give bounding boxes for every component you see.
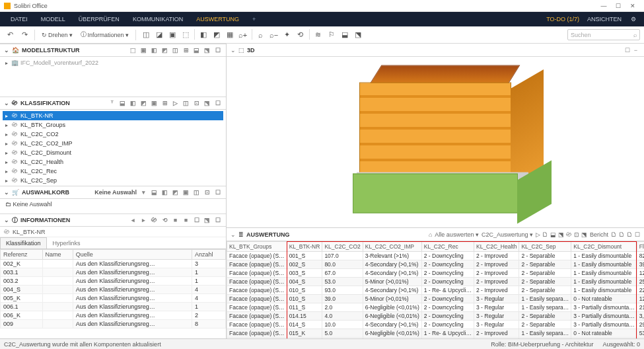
ausw-hdr-icon-6[interactable]: ⬔ — [581, 231, 587, 238]
model-hdr-icon-0[interactable]: ⬚ — [129, 47, 137, 54]
ausw-col-header[interactable]: KL_BTK_Groups — [227, 242, 287, 252]
model-hdr-icon-4[interactable]: ◫ — [171, 47, 180, 54]
info-hdr-icon-3[interactable]: ⟲ — [161, 217, 169, 223]
klass-hdr-icon-8[interactable]: ⊡ — [192, 100, 201, 106]
ausw-hdr-icon-3[interactable]: ⬔ — [558, 231, 564, 238]
klass-hdr-icon-0[interactable]: ᵀ — [108, 100, 116, 106]
info-tab-klassifikation[interactable]: Klassifikation — [0, 237, 47, 249]
table-row[interactable]: 003.1Aus den Klassifizierungsreg…1 — [1, 268, 226, 277]
table-row[interactable]: 002_KAus den Klassifizierungsreg…3 — [1, 260, 226, 268]
auswahl-hdr-icon-0[interactable]: ▾ — [139, 189, 148, 196]
ausw-col-header[interactable]: KL_C2C_Sep — [519, 242, 571, 252]
auswertung-table-container[interactable]: KL_BTK_GroupsKL_BTK-NRKL_C2C_CO2KL_C2C_C… — [227, 241, 644, 349]
collapse-icon[interactable]: ⌄ — [4, 100, 9, 106]
toolbar-icon-5[interactable]: ◩ — [211, 29, 223, 41]
collapse-icon[interactable]: ⌄ — [231, 47, 236, 54]
ausw-report-icon-0[interactable]: 🗋 — [611, 231, 617, 238]
view3d-hdr-icon-0[interactable]: ☐ — [623, 47, 631, 54]
auswahl-hdr-icon-5[interactable]: ◫ — [192, 189, 201, 196]
panel-header-3d[interactable]: ⌄ ⬚ 3D ☐− — [227, 44, 644, 57]
model-hdr-icon-1[interactable]: ▣ — [139, 47, 148, 54]
ausw-report-icon-1[interactable]: 🗋 — [619, 231, 625, 238]
info-hdr-icon-8[interactable]: ☐ — [213, 217, 222, 223]
rotate-dropdown[interactable]: ↻ Drehen ▾ — [39, 32, 75, 38]
menu-item-modell[interactable]: MODELL — [34, 12, 72, 26]
klass-hdr-icon-5[interactable]: ⊞ — [161, 100, 169, 106]
toolbar-icon-12[interactable]: ≋ — [312, 29, 324, 41]
ausw-hdr-icon-4[interactable]: 〄 — [566, 231, 572, 238]
table-row[interactable]: Facace (opaque) (S…011_S2.06-Negligible … — [227, 303, 645, 312]
toolbar-icon-13[interactable]: ⚐ — [326, 29, 338, 41]
toolbar-icon-8[interactable]: ⌕ — [255, 29, 267, 41]
klass-hdr-icon-1[interactable]: ⬓ — [118, 100, 127, 106]
info-hdr-icon-1[interactable]: ▸ — [139, 217, 148, 223]
info-hdr-icon-6[interactable]: ☐ — [192, 217, 201, 223]
ausw-report-icon-3[interactable]: ☐ — [635, 231, 640, 238]
model-hdr-icon-3[interactable]: ◩ — [161, 47, 169, 54]
table-row[interactable]: 009Aus den Klassifizierungsreg…8 — [1, 320, 226, 329]
table-row[interactable]: Facace (opaque) (S…010_S39.05-Minor (>0,… — [227, 295, 645, 303]
collapse-icon[interactable]: ⌄ — [4, 47, 9, 54]
model-hdr-icon-2[interactable]: ◧ — [150, 47, 159, 54]
collapse-icon[interactable]: ⌄ — [231, 231, 236, 238]
menu-item-auswertung[interactable]: AUSWERTUNG — [190, 12, 246, 26]
klass-node[interactable]: ▸〄KL_C2C_CO2 — [3, 130, 223, 139]
toolbar-icon-3[interactable]: ⬚ — [180, 29, 192, 41]
klass-hdr-icon-4[interactable]: ▣ — [150, 100, 159, 106]
klass-hdr-icon-9[interactable]: ⬔ — [203, 100, 211, 106]
klass-hdr-icon-2[interactable]: ◧ — [129, 100, 137, 106]
ausw-col-header[interactable]: KL_C2C_Health — [474, 242, 519, 252]
table-row[interactable]: 005_KAus den Klassifizierungsreg…4 — [1, 294, 226, 303]
menu-item-datei[interactable]: DATEI — [4, 12, 34, 26]
views-menu[interactable]: ANSICHTEN — [587, 16, 622, 22]
klass-hdr-icon-3[interactable]: ◩ — [139, 100, 148, 106]
klass-node[interactable]: ▸〄KL_C2C_Health — [3, 157, 223, 167]
klass-node[interactable]: ▸〄KL_C2C_CO2_IMP — [3, 139, 223, 148]
model-hdr-icon-5[interactable]: ⊞ — [182, 47, 190, 54]
table-row[interactable]: Facace (opaque) (S…014.154.06-Negligible… — [227, 312, 645, 321]
collapse-icon[interactable]: ⌄ — [4, 217, 9, 223]
ausw-hdr-icon-5[interactable]: ⊡ — [574, 231, 579, 238]
table-row[interactable]: 004_SAus den Klassifizierungsreg…4 — [1, 286, 226, 294]
klass-node[interactable]: ▸〄KL_BTK_Groups — [3, 120, 223, 130]
info-col-header[interactable]: Name — [42, 250, 73, 260]
table-row[interactable]: Facace (opaque) (S…015_K5.06-Negligible … — [227, 329, 645, 338]
3d-viewport[interactable] — [227, 57, 644, 227]
info-col-header[interactable]: Referenz — [1, 250, 43, 260]
info-tab-hyperlinks[interactable]: Hyperlinks — [47, 237, 87, 249]
ausw-hdr-icon-0[interactable]: ▷ — [536, 231, 540, 238]
toolbar-icon-4[interactable]: ◧ — [197, 29, 209, 41]
toolbar-icon-7[interactable]: ⌕+ — [237, 29, 249, 41]
ausw-col-header[interactable]: KL_BTK-NR — [287, 242, 322, 252]
info-hdr-icon-0[interactable]: ◂ — [129, 217, 137, 223]
model-hdr-icon-6[interactable]: ⬓ — [192, 47, 201, 54]
ausw-col-header[interactable]: KL_C2C_Dismount — [571, 242, 637, 252]
auswahl-hdr-icon-1[interactable]: ⬓ — [150, 189, 159, 196]
info-col-header[interactable]: Anzahl — [192, 250, 225, 260]
model-tree[interactable]: ▸🏢 IFC_Modell_vorentwurf_2022 — [0, 57, 226, 97]
view3d-hdr-icon-1[interactable]: − — [631, 47, 640, 54]
ausw-report-icon-2[interactable]: 🗋 — [627, 231, 633, 238]
table-row[interactable]: Facace (opaque) (S…014_S10.04-Secondary … — [227, 321, 645, 329]
klass-node[interactable]: ▸〄KL_C2C_Rec — [3, 167, 223, 176]
toolbar-icon-1[interactable]: ◪ — [153, 29, 165, 41]
info-dropdown[interactable]: ⓘ Informationen ▾ — [78, 30, 131, 39]
panel-header-modellstruktur[interactable]: ⌄ 🏠 MODELLSTRUKTUR ⬚▣◧◩◫⊞⬓⬔☐ — [0, 44, 226, 57]
klass-node[interactable]: ▸〄KL_C2C_Dismount — [3, 148, 223, 157]
table-row[interactable]: 003.2Aus den Klassifizierungsreg…1 — [1, 277, 226, 286]
klass-node[interactable]: ▸〄KL_BTK-NR — [3, 111, 223, 120]
evaluate-all-dropdown[interactable]: Alle auswerten ▾ — [435, 231, 479, 238]
window-minimize-button[interactable]: — — [596, 3, 611, 9]
window-maximize-button[interactable]: ☐ — [611, 3, 626, 9]
panel-header-auswahlkorb[interactable]: ⌄ 🛒 AUSWAHLKORB Keine Auswahl ▾⬓◧◩▣◫⊡☐ — [0, 186, 226, 199]
table-row[interactable]: 006_KAus den Klassifizierungsreg…2 — [1, 311, 226, 320]
ausw-col-header[interactable]: KL_C2C_CO2 — [322, 242, 363, 252]
panel-header-klassifikation[interactable]: ⌄ 〄 KLASSIFIKATION ᵀ⬓◧◩▣⊞▷◫⊡⬔☐ — [0, 97, 226, 110]
toolbar-icon-10[interactable]: ✦ — [281, 29, 293, 41]
model-hdr-icon-8[interactable]: ☐ — [213, 47, 222, 54]
table-row[interactable]: 006.1Aus den Klassifizierungsreg…1 — [1, 303, 226, 311]
info-hdr-icon-5[interactable]: ■ — [182, 217, 190, 223]
classification-tree[interactable]: ▸〄KL_BTK-NR▸〄KL_BTK_Groups▸〄KL_C2C_CO2▸〄… — [0, 110, 226, 186]
panel-header-auswertung[interactable]: ⌄ ≣ AUSWERTUNG ⌂ Alle auswerten ▾ C2C_Au… — [227, 228, 644, 241]
ausw-col-header[interactable]: KL_C2C_CO2_IMP — [363, 242, 421, 252]
